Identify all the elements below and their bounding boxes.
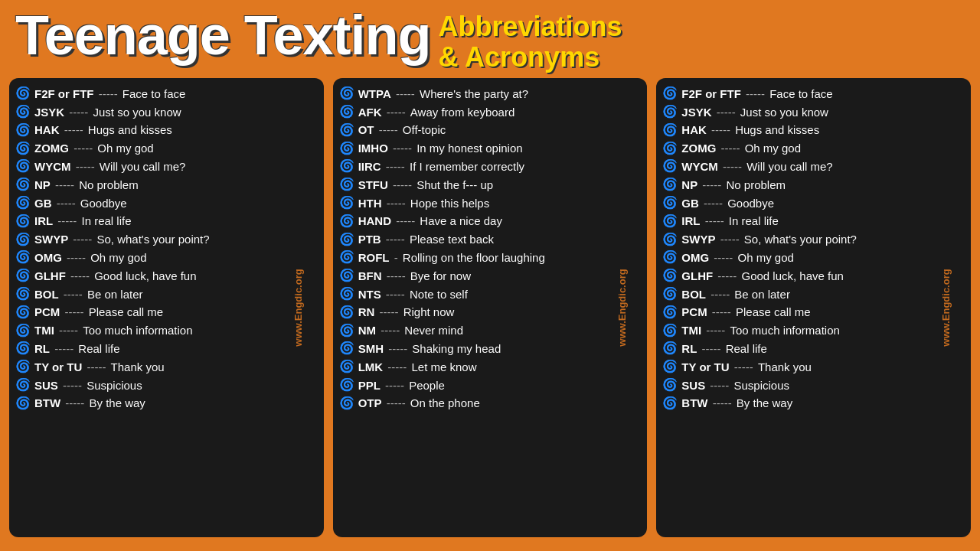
entry-meaning: Shaking my head: [412, 342, 501, 355]
entry-text: RL ----- Real life: [681, 341, 767, 357]
entry-icon: 🌀: [662, 158, 678, 174]
list-item: 🌀ZOMG ----- Oh my god: [15, 141, 318, 157]
list-item: 🌀SMH ----- Shaking my head: [339, 341, 642, 357]
entry-meaning: Real life: [726, 342, 767, 355]
entry-meaning: Will you call me?: [746, 160, 833, 173]
entry-meaning: Have a nice day: [420, 214, 502, 227]
entry-meaning: Goodbye: [80, 197, 127, 210]
entry-text: SUS ----- Suspicious: [681, 378, 789, 393]
list-item: 🌀BOL ----- Be on later: [662, 286, 965, 302]
entry-abbr: BTW: [681, 396, 707, 409]
list-item: 🌀AFK ----- Away from keyboard: [339, 104, 642, 120]
entry-dashes: -----: [61, 123, 87, 136]
list-item: 🌀PPL ----- People: [339, 377, 642, 393]
entry-icon: 🌀: [15, 305, 31, 321]
entry-meaning: Rolling on the floor laughing: [403, 251, 545, 264]
entry-dashes: -----: [73, 160, 98, 173]
entry-icon: 🌀: [339, 86, 354, 102]
entry-dashes: -----: [698, 342, 724, 355]
column-1: www.Engdic.org 🌀F2F or FTF ----- Face to…: [9, 78, 324, 537]
entry-abbr: BTW: [34, 396, 60, 409]
entry-dashes: -----: [720, 160, 745, 173]
entry-text: GB ----- Goodbye: [34, 196, 127, 211]
entry-dashes: -----: [67, 269, 93, 282]
entry-icon: 🌀: [339, 305, 354, 321]
entries-col3: 🌀F2F or FTF ----- Face to face🌀JSYK ----…: [662, 86, 965, 411]
entry-abbr: TMI: [34, 324, 54, 337]
entry-meaning: So, what's your point?: [744, 233, 857, 246]
entry-text: JSYK ----- Just so you know: [681, 105, 828, 120]
list-item: 🌀OTP ----- On the phone: [339, 396, 642, 412]
entry-dashes: -----: [714, 269, 740, 282]
entry-meaning: Off-topic: [403, 123, 446, 136]
entry-abbr: LMK: [358, 360, 384, 373]
entry-icon: 🌀: [15, 86, 31, 102]
entry-meaning: Too much information: [730, 324, 839, 337]
entry-text: LMK ----- Let me know: [358, 360, 477, 375]
list-item: 🌀BTW ----- By the way: [15, 396, 318, 412]
entry-abbr: PCM: [681, 305, 707, 318]
entry-text: RL ----- Real life: [34, 341, 120, 357]
entry-dashes: -----: [701, 197, 726, 210]
list-item: 🌀WYCM ----- Will you call me?: [662, 158, 965, 174]
entry-text: OMG ----- Oh my god: [681, 250, 794, 266]
entry-abbr: IMHO: [358, 142, 388, 155]
entry-meaning: People: [409, 379, 445, 392]
list-item: 🌀GLHF ----- Good luck, have fun: [15, 268, 318, 284]
list-item: 🌀NM ----- Never mind: [339, 323, 642, 339]
entry-icon: 🌀: [662, 122, 678, 139]
entry-icon: 🌀: [339, 268, 354, 284]
entry-meaning: Never mind: [404, 324, 463, 337]
title-sub-line2: & Acronyms: [438, 42, 622, 73]
entry-text: ZOMG ----- Oh my god: [681, 141, 801, 156]
list-item: 🌀GB ----- Goodbye: [662, 195, 965, 211]
list-item: 🌀IMHO ----- In my honest opinion: [339, 141, 642, 157]
entry-icon: 🌀: [15, 377, 31, 393]
entry-abbr: HAND: [358, 214, 391, 227]
entry-dashes: -----: [54, 214, 80, 227]
entry-meaning: Oh my god: [745, 142, 801, 155]
entry-meaning: Just so you know: [740, 106, 828, 119]
entry-text: RN ----- Right now: [358, 305, 455, 320]
entry-icon: 🌀: [662, 177, 678, 193]
entry-dashes: -----: [376, 123, 401, 136]
watermark-col2: www.Engdic.org: [616, 269, 628, 347]
entry-dashes: -----: [384, 269, 409, 282]
column-2: www.Engdic.org 🌀WTPA ----- Where's the p…: [333, 78, 648, 537]
entry-text: IRL ----- In real life: [681, 214, 779, 229]
content-area: www.Engdic.org 🌀F2F or FTF ----- Face to…: [0, 78, 980, 545]
entry-icon: 🌀: [339, 158, 354, 174]
entry-abbr: JSYK: [34, 106, 64, 119]
entry-meaning: Let me know: [411, 360, 476, 373]
entry-icon: 🌀: [662, 232, 678, 248]
list-item: 🌀NP ----- No problem: [662, 177, 965, 193]
entry-dashes: -----: [60, 288, 86, 301]
entry-dashes: -----: [70, 142, 96, 155]
entry-text: GLHF ----- Good luck, have fun: [34, 269, 197, 284]
entry-abbr: GB: [681, 197, 699, 210]
entry-abbr: PCM: [34, 305, 60, 318]
entry-abbr: F2F or FTF: [681, 87, 741, 100]
entry-icon: 🌀: [15, 104, 31, 120]
entry-meaning: Goodbye: [727, 197, 774, 210]
entry-text: BOL ----- Be on later: [681, 287, 790, 302]
entry-icon: 🌀: [15, 195, 31, 211]
entry-text: PTB ----- Please text back: [358, 232, 494, 247]
entry-meaning: Hugs and kisses: [735, 123, 819, 136]
entry-text: TY or TU ----- Thank you: [34, 360, 165, 375]
list-item: 🌀BFN ----- Bye for now: [339, 268, 642, 284]
list-item: 🌀RL ----- Real life: [15, 341, 318, 357]
entry-dashes: -----: [62, 396, 87, 409]
entry-dashes: -----: [382, 379, 407, 392]
entry-meaning: Right now: [403, 305, 455, 318]
watermark-col1: www.Engdic.org: [292, 269, 304, 347]
entry-meaning: By the way: [737, 396, 792, 409]
entry-meaning: If I remember correctly: [410, 160, 524, 173]
entry-dashes: -----: [96, 87, 121, 100]
entry-meaning: Where's the party at?: [420, 87, 528, 100]
entry-text: GB ----- Goodbye: [681, 196, 774, 211]
entry-abbr: TY or TU: [34, 360, 82, 373]
entry-icon: 🌀: [339, 286, 354, 302]
entry-abbr: TY or TU: [681, 360, 729, 373]
list-item: 🌀PCM ----- Please call me: [15, 305, 318, 321]
